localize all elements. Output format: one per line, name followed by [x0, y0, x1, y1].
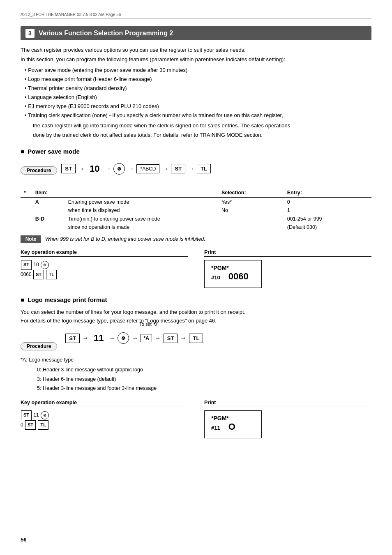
col-star: *: [21, 188, 32, 197]
flow-tl: TL: [197, 164, 211, 173]
page-number: 56: [21, 537, 26, 543]
logo-flow-wrapper: To set "0" ST → 11 → ⊗ → *A → ST → TL: [65, 329, 203, 350]
procedure-badge-logo: Procedure: [21, 342, 57, 350]
cell-entry: 001-254 or 999: [284, 214, 371, 223]
cell-entry: (Default 030): [284, 223, 371, 231]
flow-arrow-logo4: →: [154, 334, 161, 342]
logo-intro-line1: You can select the number of lines for y…: [21, 308, 371, 317]
cell-item: B-D: [32, 214, 65, 223]
section-title: Various Function Selection Programming 2: [39, 30, 173, 37]
cell-star: [21, 223, 32, 231]
logo-section: Logo message print format You can select…: [21, 296, 371, 438]
table-row: A Entering power save mode Yes* 0: [21, 197, 371, 206]
cell-star: [21, 197, 32, 206]
logo-type-3: 3: Header 6-line message (default): [37, 375, 371, 384]
key-st-logo: ST: [21, 410, 32, 420]
table-row: when time is displayed No 1: [21, 206, 371, 214]
operation-print-row-1: Key operation example ST 10 ⊗ 0060 ST TL…: [21, 249, 371, 288]
print-label-1: #10: [211, 274, 220, 281]
cell-desc: Entering power save mode: [65, 197, 218, 206]
col-selection: Selection:: [218, 188, 284, 197]
training-line2: done by the trained clerk do not affect …: [33, 131, 371, 140]
cell-item: A: [32, 197, 65, 206]
page: A212_3 FOR THE MANAGER 03.7.5 8:02 AM Pa…: [0, 0, 392, 555]
logo-type-list: 0: Header 3-line message without graphic…: [37, 365, 371, 393]
flow-st1: ST: [61, 164, 76, 173]
flow-arrow-logo5: →: [180, 334, 187, 342]
procedure-badge-power: Procedure: [21, 166, 57, 175]
print-value-1: 0060: [228, 271, 249, 282]
top-header: A212_3 FOR THE MANAGER 03.7.5 8:02 AM Pa…: [21, 12, 371, 19]
training-line1: the cash register will go into training …: [33, 122, 371, 130]
cell-selection: [218, 223, 284, 231]
logo-procedure-row: Procedure To set "0" ST → 11 → ⊗ → *A → …: [21, 329, 371, 350]
col-entry: Entry:: [284, 188, 371, 197]
print-block-2: Print *PGM* #11 O: [204, 400, 371, 438]
print-receipt-2: *PGM* #11 O: [204, 410, 262, 438]
cell-entry: 1: [284, 206, 371, 214]
print-value-2: O: [228, 421, 235, 432]
flow-arrow-logo3: →: [131, 334, 138, 342]
power-save-heading: Power save mode: [21, 148, 371, 155]
col-desc: [65, 188, 218, 197]
key-cross: ⊗: [41, 261, 49, 269]
flow-number: 10: [90, 164, 99, 174]
print-values-1: #10 0060: [211, 271, 255, 282]
operation-header-1: Key operation example: [21, 249, 188, 257]
cell-selection: [218, 214, 284, 223]
key-ops-2: ST 11 ⊗ 0 ST TL: [21, 410, 188, 430]
section-number: 3: [25, 29, 35, 38]
print-pgm-1: *PGM*: [211, 265, 255, 271]
flow-abcd-text: *ABCD: [140, 166, 156, 172]
power-save-title: Power save mode: [28, 148, 80, 155]
cell-selection: Yes*: [218, 197, 284, 206]
cell-entry: 0: [284, 197, 371, 206]
training-note: the cash register will go into training …: [33, 122, 371, 140]
flow-arrow4: →: [162, 165, 168, 173]
asterisk-a-text: *A: Logo message type: [21, 357, 74, 363]
logo-intro-line2: For details of the logo message type, pl…: [21, 317, 371, 325]
bullet-item: EJ memory type (EJ 9000 records and PLU …: [25, 102, 371, 111]
flow-arrow1: →: [78, 165, 85, 173]
key-op-logo-line1: ST 11 ⊗: [21, 410, 188, 420]
flow-arrow-logo1: →: [82, 334, 89, 342]
power-save-procedure-row: Procedure ST → 10 → ⊗ → *ABCD → ST → TL: [21, 160, 371, 181]
key-st-logo2: ST: [25, 420, 36, 430]
logo-type-5: 5: Header 3-line message and footer 3-li…: [37, 384, 371, 393]
print-receipt-1: *PGM* #10 0060: [204, 260, 262, 288]
key-op-line1: ST 10 ⊗: [21, 260, 188, 270]
operation-print-row-2: Key operation example ST 11 ⊗ 0 ST TL Pr…: [21, 400, 371, 438]
flow-abcd: *ABCD: [136, 164, 159, 173]
operation-block-2: Key operation example ST 11 ⊗ 0 ST TL: [21, 400, 188, 438]
col-item: Item:: [32, 188, 65, 197]
bullet-item: Training clerk specification (none) - If…: [25, 111, 371, 120]
flow-st-logo2: ST: [164, 334, 178, 343]
flow-arrow3: →: [127, 165, 134, 173]
flow-tl-logo: TL: [189, 334, 203, 343]
print-block-1: Print *PGM* #10 0060: [204, 249, 371, 288]
bullet-item: Language selection (English): [25, 93, 371, 102]
print-pgm-2: *PGM*: [211, 415, 255, 421]
bullet-list: Power save mode (entering the power save…: [25, 66, 371, 120]
cell-item: [32, 206, 65, 214]
cell-selection: No: [218, 206, 284, 214]
logo-flow: ST → 11 → ⊗ → *A → ST → TL: [65, 332, 203, 344]
asterisk-a-note: *A: Logo message type: [21, 357, 371, 363]
print-label-2: #11: [211, 425, 220, 431]
cell-desc: Time(min.) to entering power save mode: [65, 214, 218, 223]
to-set-note: To set "0": [139, 322, 158, 327]
flow-arrow-logo2: →: [108, 334, 115, 342]
key-cross-logo: ⊗: [41, 411, 49, 419]
cell-star: [21, 214, 32, 223]
flow-st2: ST: [171, 164, 185, 173]
cell-desc: since no operation is made: [65, 223, 218, 231]
power-save-table: * Item: Selection: Entry: A Entering pow…: [21, 188, 371, 231]
flow-st-logo1: ST: [65, 334, 80, 343]
flow-number-logo: 11: [94, 333, 104, 343]
key-op-logo-line2: 0 ST TL: [21, 420, 188, 430]
bullet-item: Power save mode (entering the power save…: [25, 66, 371, 75]
operation-block-1: Key operation example ST 10 ⊗ 0060 ST TL: [21, 249, 188, 288]
table-header-row: * Item: Selection: Entry:: [21, 188, 371, 197]
logo-heading: Logo message print format: [21, 296, 371, 303]
cell-item: [32, 223, 65, 231]
